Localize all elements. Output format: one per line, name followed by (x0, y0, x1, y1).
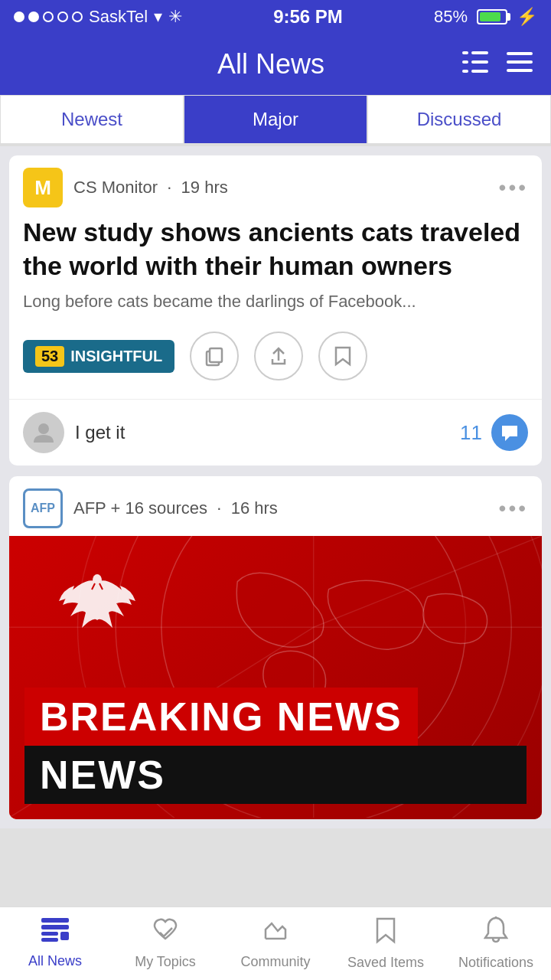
nav-saved-items-label: Saved Items (347, 955, 424, 971)
menu-icon[interactable] (507, 51, 533, 77)
svg-line-19 (314, 536, 542, 627)
card-header-2: AFP AFP + 16 sources · 16 hrs ••• (9, 476, 542, 536)
nav-saved-items[interactable]: Saved Items (331, 907, 441, 980)
filter-tabs: Newest Major Discussed (0, 95, 551, 146)
carrier-label: SaskTel (89, 7, 148, 27)
comment-count-1: 11 (460, 421, 482, 445)
svg-rect-0 (471, 51, 488, 54)
card-body-1: New study shows ancients cats traveled t… (9, 215, 542, 399)
news-feed: M CS Monitor · 19 hrs ••• New study show… (0, 146, 551, 828)
comment-input-1[interactable]: I get it (75, 422, 125, 443)
nav-my-topics-label: My Topics (135, 954, 196, 970)
svg-rect-3 (462, 60, 468, 64)
svg-rect-4 (471, 70, 488, 73)
comment-button-1[interactable] (491, 414, 528, 451)
nav-community-label: Community (240, 954, 310, 970)
nav-my-topics[interactable]: My Topics (110, 907, 220, 980)
source-logo-1: M (23, 168, 63, 207)
header-actions (462, 51, 533, 78)
source-logo-2: AFP (23, 488, 63, 528)
share-button-1[interactable] (254, 332, 303, 381)
eagle-icon (55, 574, 139, 658)
svg-rect-5 (462, 70, 468, 73)
news-card-1: M CS Monitor · 19 hrs ••• New study show… (9, 155, 542, 466)
svg-rect-6 (507, 52, 533, 55)
more-options-2[interactable]: ••• (499, 496, 528, 521)
copy-button-1[interactable] (190, 332, 239, 381)
card-header-1: M CS Monitor · 19 hrs ••• (9, 155, 542, 215)
article-excerpt-1: Long before cats became the darlings of … (23, 292, 528, 312)
bookmark-button-1[interactable] (318, 332, 367, 381)
battery-percent: 85% (434, 7, 468, 27)
svg-rect-7 (507, 60, 533, 64)
signal-dots (14, 11, 83, 22)
page-title: All News (80, 48, 462, 80)
charging-icon: ⚡ (517, 7, 537, 27)
my-topics-icon (152, 917, 178, 949)
svg-rect-23 (41, 925, 69, 929)
nav-notifications[interactable]: Notifications (441, 907, 551, 980)
wifi-icon: ▾ (154, 7, 162, 27)
svg-rect-10 (210, 348, 222, 362)
card-source-2: AFP AFP + 16 sources · 16 hrs (23, 488, 278, 528)
insightful-badge-1[interactable]: 53 INSIGHTFUL (23, 340, 174, 373)
news-subtitle: NEWS (24, 746, 527, 804)
tab-discussed[interactable]: Discussed (367, 95, 551, 144)
battery-icon (477, 9, 507, 24)
nav-all-news-label: All News (28, 953, 82, 969)
svg-rect-8 (507, 69, 533, 72)
saved-items-icon (375, 916, 396, 950)
notifications-icon (484, 916, 508, 950)
nav-notifications-label: Notifications (458, 955, 533, 971)
source-info-2: AFP + 16 sources · 16 hrs (73, 498, 278, 518)
user-avatar-1 (23, 412, 64, 453)
comment-right-1: 11 (460, 414, 528, 451)
breaking-title: BREAKING NEWS (24, 688, 418, 746)
app-header: All News (0, 34, 551, 95)
svg-rect-24 (41, 932, 58, 936)
card-source-1: M CS Monitor · 19 hrs (23, 168, 228, 207)
source-info-1: CS Monitor · 19 hrs (73, 178, 228, 198)
svg-rect-2 (471, 60, 488, 64)
article-image-2[interactable]: BREAKING NEWS NEWS (9, 536, 542, 819)
nav-all-news[interactable]: All News (0, 907, 110, 980)
insightful-count-1: 53 (35, 346, 64, 367)
bottom-nav: All News My Topics Community Saved Items (0, 906, 551, 980)
reaction-bar-1: 53 INSIGHTFUL (23, 324, 528, 388)
breaking-text-area: BREAKING NEWS NEWS (9, 688, 542, 819)
svg-point-11 (38, 423, 49, 434)
svg-rect-26 (41, 938, 58, 942)
svg-rect-1 (462, 51, 468, 54)
insightful-label-1: INSIGHTFUL (70, 348, 162, 365)
list-view-icon[interactable] (462, 51, 488, 78)
news-card-2: AFP AFP + 16 sources · 16 hrs ••• (9, 476, 542, 819)
all-news-icon (41, 918, 69, 949)
comment-bar-1: I get it 11 (9, 399, 542, 466)
comment-left-1: I get it (23, 412, 125, 453)
status-bar: SaskTel ▾ ✳ 9:56 PM 85% ⚡ (0, 0, 551, 34)
tab-newest[interactable]: Newest (0, 95, 184, 144)
community-icon (262, 917, 289, 949)
svg-rect-25 (60, 932, 69, 940)
nav-community[interactable]: Community (220, 907, 331, 980)
tab-major[interactable]: Major (184, 95, 367, 144)
activity-icon: ✳ (168, 7, 182, 27)
svg-rect-22 (41, 918, 69, 923)
more-options-1[interactable]: ••• (499, 175, 528, 200)
breaking-news-bg: BREAKING NEWS NEWS (9, 536, 542, 819)
status-left: SaskTel ▾ ✳ (14, 7, 182, 27)
article-title-1[interactable]: New study shows ancients cats traveled t… (23, 215, 528, 283)
status-time: 9:56 PM (273, 6, 343, 28)
status-right: 85% ⚡ (434, 7, 537, 27)
